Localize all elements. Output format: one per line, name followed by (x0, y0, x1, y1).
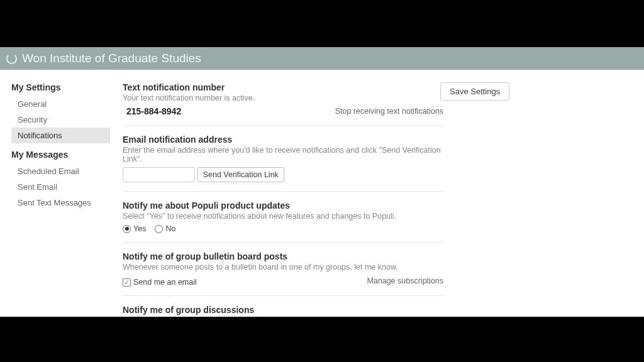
section-title: Text notification number (123, 82, 443, 92)
section-email-notification: Email notification address Enter the ema… (123, 134, 443, 192)
radio-no[interactable] (155, 225, 163, 233)
section-title: Notify me of group discussions (123, 305, 443, 315)
sidebar-item-security[interactable]: Security (11, 112, 110, 128)
bulletin-email-checkbox[interactable]: ✓ (123, 278, 131, 287)
sidebar-item-scheduled-email[interactable]: Scheduled Email (11, 163, 110, 179)
section-title: Notify me of group bulletin board posts (123, 251, 443, 261)
section-product-updates: Notify me about Populi product updates S… (123, 200, 443, 243)
top-banner: Won Institute of Graduate Studies (0, 47, 644, 70)
bottom-black-bar (0, 317, 644, 362)
section-title: Email notification address (123, 134, 443, 145)
loading-spinner-icon (6, 53, 17, 64)
stop-text-notifications-link[interactable]: Stop receiving text notifications (335, 107, 443, 116)
radio-yes-label: Yes (133, 224, 146, 233)
save-settings-button[interactable]: Save Settings (440, 82, 509, 101)
section-desc: Enter the email address where you'd like… (123, 146, 443, 163)
section-text-notification: Text notification number Your text notif… (123, 82, 443, 126)
sidebar-item-sent-text-messages[interactable]: Sent Text Messages (11, 195, 110, 211)
sidebar-item-sent-email[interactable]: Sent Email (11, 179, 110, 195)
section-desc: Your text notification number is active. (123, 94, 443, 102)
radio-no-label: No (165, 224, 175, 233)
sidebar-item-general[interactable]: General (11, 96, 110, 112)
bulletin-manage-subscriptions-link[interactable]: Manage subscriptions (367, 277, 443, 285)
institute-title: Won Institute of Graduate Studies (22, 52, 201, 65)
sidebar-item-notifications[interactable]: Notifications (11, 128, 110, 143)
top-black-bar (0, 0, 644, 47)
section-title: Notify me about Populi product updates (123, 200, 443, 211)
section-bulletin-posts: Notify me of group bulletin board posts … (123, 251, 443, 296)
sidebar-messages-header: My Messages (11, 150, 110, 160)
email-input[interactable] (123, 167, 195, 182)
bulletin-email-label: Send me an email (133, 278, 197, 287)
sidebar-settings-header: My Settings (11, 82, 110, 92)
radio-yes[interactable] (123, 225, 131, 233)
section-desc: Select "Yes" to receive notifications ab… (123, 212, 443, 221)
phone-number: 215-884-8942 (123, 106, 181, 116)
section-desc: Whenever someone posts to a bulletin boa… (123, 263, 443, 272)
send-verification-button[interactable]: Send Verification Link (197, 167, 284, 182)
